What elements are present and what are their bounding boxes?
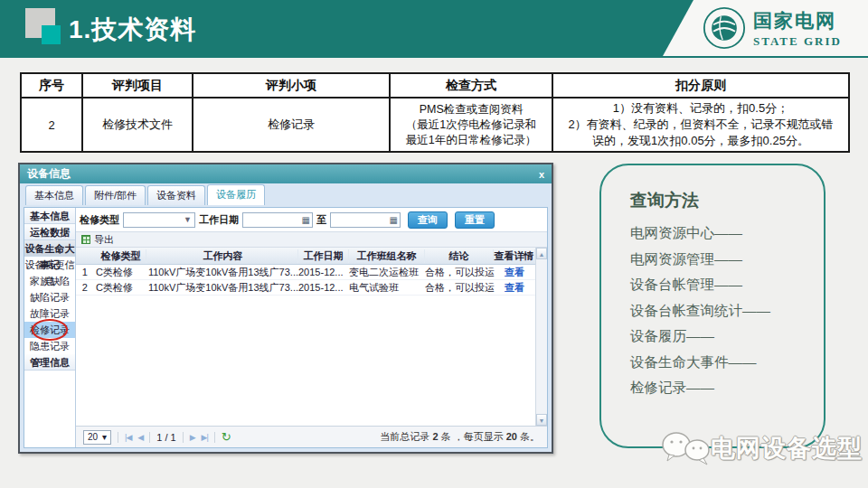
scroll-down-icon[interactable]: ▼ (536, 414, 547, 426)
criteria-cell-checkmethod: PMS检查或查阅资料 （最近1次停电检修记录和 最近1年的日常检修记录） (390, 98, 552, 152)
summary-middle: 条 ，每页显示 (439, 431, 506, 442)
cell-date: 2015-12... (298, 267, 349, 277)
watermark-text: 电网设备选型 (711, 432, 863, 465)
sidebar-item-operation-data[interactable]: 运检数据 (24, 224, 75, 240)
scroll-up-icon[interactable]: ▲ (536, 248, 547, 259)
tab-attachments[interactable]: 附件/部件 (85, 185, 146, 205)
vertical-scrollbar[interactable]: ▲ ▼ (535, 248, 547, 426)
wechat-bubbles-icon (658, 427, 716, 470)
watermark: 电网设备选型 (658, 427, 863, 470)
work-date-end-input[interactable]: ▦ (330, 212, 401, 228)
deduction-line: 2）有资料、纪录的，但资料不全，记录不规范或错 (558, 117, 844, 133)
pager-divider (149, 432, 150, 443)
calendar-icon[interactable]: ▦ (389, 215, 397, 225)
summary-per-page: 20 (506, 431, 517, 442)
deduction-line: 误的，发现1次扣0.05分，最多扣0.25分。 (558, 133, 844, 149)
last-page-icon[interactable]: ▶| (202, 433, 208, 442)
criteria-cell-project: 检修技术文件 (82, 98, 193, 152)
page-title: 1.技术资料 (69, 13, 196, 47)
query-method-panel: 查询方法 电网资源中心—— 电网资源管理—— 设备台帐管理—— 设备台帐查询统计… (599, 164, 826, 448)
first-page-icon[interactable]: |◀ (125, 433, 131, 442)
refresh-icon[interactable]: ↻ (222, 430, 231, 444)
cell-type: C类检修 (94, 266, 146, 279)
reset-button[interactable]: 重置 (455, 211, 495, 229)
view-detail-link[interactable]: 查看 (505, 267, 524, 277)
cell-seq: 2 (76, 282, 94, 293)
prev-page-icon[interactable]: ◀ (137, 433, 143, 442)
search-button[interactable]: 查询 (408, 211, 448, 229)
criteria-header-project: 评判项目 (82, 73, 193, 98)
page-indicator: 1 / 1 (156, 432, 175, 443)
table-row[interactable]: 2 C类检修 110kV广场变10kV备用13线广73... 2015-12..… (76, 280, 535, 296)
check-method-line: 最近1年的日常检修记录） (391, 133, 552, 148)
cell-date: 2015-12... (298, 282, 349, 293)
cell-content: 110kV广场变10kV备用13线广73... (146, 266, 298, 279)
view-detail-link[interactable]: 查看 (505, 282, 524, 293)
state-grid-emblem-icon (703, 6, 746, 50)
tab-device-docs[interactable]: 设备资料 (147, 185, 205, 205)
criteria-cell-seq: 2 (21, 98, 82, 152)
chevron-down-icon: ▾ (102, 432, 107, 442)
query-step: 设备履历—— (630, 324, 824, 350)
window-titlebar[interactable]: 设备信息 x (20, 164, 552, 183)
tab-device-history[interactable]: 设备履历 (207, 184, 265, 205)
sidebar-item-fault-record[interactable]: 故障记录 (24, 305, 75, 322)
grid-header-content: 工作内容 (146, 249, 298, 263)
record-panel: 检修类型 ▼ 工作日期 ▦ 至 ▦ 查询 重置 导出 (76, 208, 547, 447)
criteria-header-deduction: 扣分原则 (552, 73, 849, 98)
device-info-window: 设备信息 x 基本信息 附件/部件 设备资料 设备履历 基本信息 运检数据 设备… (18, 163, 553, 454)
check-method-line: PMS检查或查阅资料 (391, 102, 552, 117)
sidebar-item-maintenance-record[interactable]: 检修记录 (24, 322, 75, 338)
table-row[interactable]: 1 C类检修 110kV广场变10kV备用13线广73... 2015-12..… (76, 265, 535, 280)
sidebar-tree: 基本信息 运检数据 设备生命大事记 设备变更信息 家族缺陷 缺陷记录 故障记录 … (24, 208, 76, 447)
page-size-select[interactable]: 20 ▾ (83, 430, 111, 445)
window-body: 基本信息 运检数据 设备生命大事记 设备变更信息 家族缺陷 缺陷记录 故障记录 … (24, 207, 548, 448)
pager-divider (183, 432, 184, 443)
state-grid-logo: 国家电网 STATE GRID (656, 0, 868, 56)
query-step: 设备台帐查询统计—— (630, 298, 824, 324)
criteria-cell-deduction: 1）没有资料、记录的，扣0.5分； 2）有资料、纪录的，但资料不全，记录不规范或… (552, 98, 849, 152)
check-method-line: （最近1次停电检修记录和 (391, 117, 552, 133)
sidebar-item-change-info[interactable]: 设备变更信息 (24, 257, 75, 273)
pager-divider (214, 432, 215, 443)
window-title: 设备信息 (27, 166, 71, 182)
query-step: 电网资源中心—— (630, 221, 824, 247)
sidebar-item-defect-record[interactable]: 缺陷记录 (24, 289, 75, 305)
export-excel-icon (81, 235, 90, 244)
state-grid-logo-text: 国家电网 STATE GRID (753, 8, 842, 49)
sidebar-item-label: 检修记录 (30, 324, 70, 335)
logo-text-en: STATE GRID (753, 34, 842, 49)
sidebar-item-hazard-record[interactable]: 隐患记录 (24, 338, 75, 354)
cell-type: C类检修 (94, 281, 146, 295)
query-step: 检修记录—— (630, 375, 824, 401)
next-page-icon[interactable]: ▶ (190, 433, 195, 442)
sidebar-item-family-defect[interactable]: 家族缺陷 (24, 273, 75, 289)
calendar-icon[interactable]: ▦ (301, 215, 309, 225)
criteria-cell-subitem: 检修记录 (193, 98, 390, 152)
export-toolbar: 导出 (76, 231, 547, 248)
maintenance-type-select[interactable]: ▼ (123, 212, 195, 228)
sidebar-item-management-info[interactable]: 管理信息 (24, 354, 75, 371)
criteria-header-row: 序号 评判项目 评判小项 检查方式 扣分原则 (21, 73, 849, 98)
grid-header-date: 工作日期 (298, 249, 349, 263)
sidebar-item-basic-info[interactable]: 基本信息 (24, 208, 75, 224)
criteria-data-row: 2 检修技术文件 检修记录 PMS检查或查阅资料 （最近1次停电检修记录和 最近… (21, 98, 849, 152)
cell-conclusion: 合格，可以投运 (425, 281, 494, 295)
maintenance-type-label: 检修类型 (80, 213, 119, 227)
cell-conclusion: 合格，可以投运 (425, 266, 494, 279)
query-method-title: 查询方法 (630, 189, 824, 212)
grid-header-team: 工作班组名称 (349, 249, 425, 263)
cell-seq: 1 (76, 267, 94, 277)
close-icon[interactable]: x (539, 169, 544, 180)
tab-basic-info[interactable]: 基本信息 (25, 185, 83, 205)
sidebar-item-life-events[interactable]: 设备生命大事记 (24, 240, 75, 257)
export-button[interactable]: 导出 (94, 233, 114, 247)
page-size-value: 20 (88, 432, 98, 442)
work-date-label: 工作日期 (199, 213, 239, 227)
grid-header-row: 检修类型 工作内容 工作日期 工作班组名称 结论 查看详情 (76, 248, 535, 265)
cell-team: 电气试验班 (349, 281, 425, 295)
summary-prefix: 当前总记录 (380, 431, 432, 442)
work-date-start-input[interactable]: ▦ (242, 212, 313, 228)
criteria-table: 序号 评判项目 评判小项 检查方式 扣分原则 2 检修技术文件 检修记录 PMS… (20, 72, 850, 153)
query-step: 设备生命大事件—— (630, 350, 824, 376)
